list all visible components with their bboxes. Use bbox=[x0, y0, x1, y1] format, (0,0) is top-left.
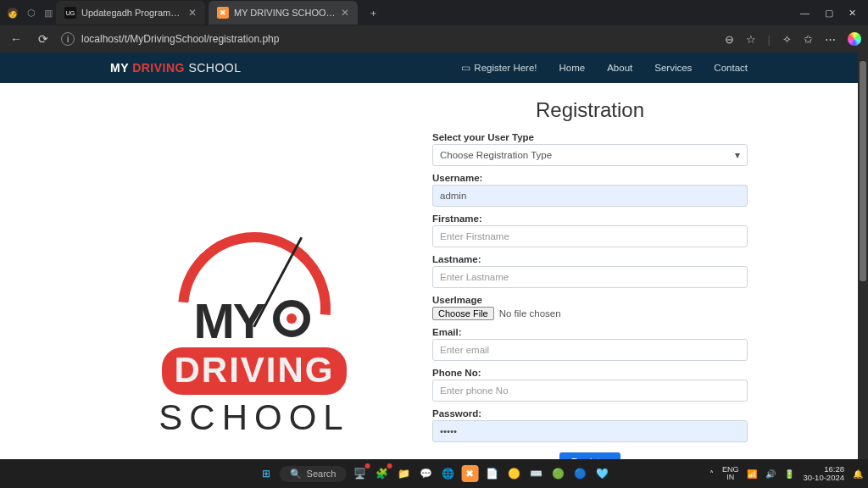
tab-0-favicon: UG bbox=[64, 7, 76, 19]
browser-titlebar: 🧑 ⬡ ▥ UG Updategadh Programming - Upd ✕ … bbox=[0, 0, 868, 25]
taskbar-explorer-icon[interactable]: 📁 bbox=[395, 465, 412, 482]
register-button[interactable]: Register bbox=[559, 452, 621, 459]
nav-back-icon[interactable]: ← bbox=[7, 32, 25, 46]
lastname-input[interactable] bbox=[432, 266, 748, 288]
site-logo: MY DRIVING SCHOOL bbox=[127, 232, 381, 437]
taskbar-center: ⊞ 🔍 Search 🖥️ 🧩 📁 💬 🌐 ✖ 📄 🟡 ⌨️ 🟢 🔵 🩵 bbox=[258, 465, 611, 482]
email-label: Email: bbox=[432, 327, 748, 337]
taskbar-word-icon[interactable]: 📄 bbox=[483, 465, 500, 482]
logo-text-my: MY bbox=[194, 300, 264, 341]
new-tab-button[interactable]: ＋ bbox=[363, 3, 383, 23]
window-controls: — ▢ ✕ bbox=[788, 8, 868, 19]
tray-lang[interactable]: ENG IN bbox=[722, 466, 739, 482]
logo-text-school: SCHOOL bbox=[127, 398, 381, 437]
nav-home[interactable]: Home bbox=[559, 63, 586, 73]
tabactions-icon[interactable]: ▥ bbox=[44, 8, 53, 19]
window-maximize-icon[interactable]: ▢ bbox=[825, 8, 833, 19]
tab-1-favicon: ✖ bbox=[217, 7, 229, 19]
titlebar-left-icons: 🧑 ⬡ ▥ bbox=[0, 8, 53, 19]
nav-contact[interactable]: Contact bbox=[714, 63, 748, 73]
firstname-input[interactable] bbox=[432, 225, 748, 247]
site-info-icon[interactable]: i bbox=[61, 32, 75, 46]
window-minimize-icon[interactable]: — bbox=[800, 8, 810, 19]
nav-register-label: Register Here! bbox=[474, 63, 537, 73]
brand-part-school: SCHOOL bbox=[188, 61, 241, 75]
tray-chevron-icon[interactable]: ˄ bbox=[709, 469, 714, 479]
taskbar-chrome2-icon[interactable]: 🟢 bbox=[549, 465, 566, 482]
nav-refresh-icon[interactable]: ⟳ bbox=[34, 32, 53, 46]
windows-taskbar: ⊞ 🔍 Search 🖥️ 🧩 📁 💬 🌐 ✖ 📄 🟡 ⌨️ 🟢 🔵 🩵 ˄ E… bbox=[0, 459, 868, 488]
site-nav: ▭ Register Here! Home About Services Con… bbox=[461, 62, 748, 74]
chevron-down-icon: ▾ bbox=[735, 149, 740, 161]
browser-address-bar: ← ⟳ i localhost/t/MyDrivingSchool/regist… bbox=[0, 25, 868, 53]
tab-0[interactable]: UG Updategadh Programming - Upd ✕ bbox=[56, 1, 205, 25]
brand-part-my: MY bbox=[110, 61, 129, 75]
taskbar-search[interactable]: 🔍 Search bbox=[280, 466, 347, 482]
register-monitor-icon: ▭ bbox=[461, 62, 470, 74]
taskbar-edge-icon[interactable]: 🌐 bbox=[439, 465, 456, 482]
taskbar-whatsapp-icon[interactable]: 💬 bbox=[417, 465, 434, 482]
logo-column: MY DRIVING SCHOOL bbox=[110, 95, 398, 459]
username-input[interactable] bbox=[432, 185, 748, 207]
favorite-icon[interactable]: ☆ bbox=[746, 33, 756, 46]
site-header: MY DRIVING SCHOOL ▭ Register Here! Home … bbox=[0, 53, 858, 83]
logo-hub-dot-icon bbox=[287, 313, 297, 324]
user-type-select[interactable]: Choose Registration Type ▾ bbox=[432, 144, 748, 166]
email-input[interactable] bbox=[432, 339, 748, 361]
user-type-placeholder: Choose Registration Type bbox=[440, 150, 552, 160]
copilot-icon[interactable] bbox=[848, 32, 861, 46]
tab-1-title: MY DRIVING SCHOOL - Book You bbox=[234, 8, 336, 18]
extensions-icon[interactable]: ✧ bbox=[782, 33, 792, 46]
tray-notifications-icon[interactable]: 🔔 bbox=[853, 469, 863, 479]
choose-file-button[interactable]: Choose File bbox=[432, 307, 494, 320]
tab-0-title: Updategadh Programming - Upd bbox=[81, 8, 183, 18]
nav-register[interactable]: ▭ Register Here! bbox=[461, 62, 537, 74]
tray-date: 30-10-2024 bbox=[803, 474, 844, 482]
workspaces-icon[interactable]: ⬡ bbox=[27, 8, 36, 19]
form-title: Registration bbox=[432, 98, 748, 122]
taskbar-app-1-icon[interactable]: 🖥️ bbox=[351, 465, 368, 482]
nav-services[interactable]: Services bbox=[654, 63, 692, 73]
viewport: MY DRIVING SCHOOL ▭ Register Here! Home … bbox=[0, 53, 868, 459]
tab-1-close-icon[interactable]: ✕ bbox=[341, 7, 349, 19]
tray-volume-icon[interactable]: 🔊 bbox=[765, 469, 776, 479]
registration-form: Registration Select your User Type Choos… bbox=[432, 95, 748, 459]
lastname-label: Lastname: bbox=[432, 254, 748, 264]
tray-battery-icon[interactable]: 🔋 bbox=[784, 469, 794, 479]
taskbar-right: ˄ ENG IN 📶 🔊 🔋 16:28 30-10-2024 🔔 bbox=[709, 465, 863, 483]
url-field[interactable]: i localhost/t/MyDrivingSchool/registrati… bbox=[61, 32, 716, 46]
page: MY DRIVING SCHOOL ▭ Register Here! Home … bbox=[0, 53, 858, 459]
taskbar-vscode-icon[interactable]: ⌨️ bbox=[527, 465, 544, 482]
taskbar-app-3-icon[interactable]: 🔵 bbox=[571, 465, 588, 482]
taskbar-search-placeholder: Search bbox=[307, 469, 337, 479]
tab-0-close-icon[interactable]: ✕ bbox=[188, 7, 197, 19]
scrollbar-thumb[interactable] bbox=[860, 61, 866, 281]
vertical-scrollbar[interactable] bbox=[858, 53, 868, 459]
brand-part-driving: DRIVING bbox=[132, 61, 185, 75]
collections-icon[interactable]: ✩ bbox=[804, 33, 813, 46]
more-icon[interactable]: ⋯ bbox=[825, 33, 836, 46]
content: MY DRIVING SCHOOL Registration bbox=[0, 83, 858, 459]
nav-about[interactable]: About bbox=[607, 63, 632, 73]
brand[interactable]: MY DRIVING SCHOOL bbox=[110, 61, 242, 75]
firstname-label: Firstname: bbox=[432, 214, 748, 224]
tab-1[interactable]: ✖ MY DRIVING SCHOOL - Book You ✕ bbox=[209, 1, 358, 25]
start-icon[interactable]: ⊞ bbox=[258, 465, 275, 482]
username-label: Username: bbox=[432, 173, 748, 183]
phone-input[interactable] bbox=[432, 380, 748, 402]
file-status: No file chosen bbox=[499, 308, 561, 319]
userimage-label: UserImage bbox=[432, 295, 748, 305]
search-icon: 🔍 bbox=[290, 469, 302, 480]
user-type-label: Select your User Type bbox=[432, 132, 748, 142]
tray-wifi-icon[interactable]: 📶 bbox=[747, 469, 757, 479]
password-key-icon[interactable]: ⊖ bbox=[725, 33, 734, 46]
password-input[interactable] bbox=[432, 420, 748, 442]
window-close-icon[interactable]: ✕ bbox=[849, 8, 856, 19]
taskbar-app-2-icon[interactable]: 🧩 bbox=[373, 465, 390, 482]
taskbar-chrome-icon[interactable]: 🟡 bbox=[505, 465, 522, 482]
tray-clock[interactable]: 16:28 30-10-2024 bbox=[803, 465, 844, 483]
taskbar-app-4-icon[interactable]: 🩵 bbox=[593, 465, 610, 482]
taskbar-xampp-icon[interactable]: ✖ bbox=[461, 465, 478, 482]
password-label: Password: bbox=[432, 408, 748, 419]
profile-icon[interactable]: 🧑 bbox=[7, 8, 19, 19]
